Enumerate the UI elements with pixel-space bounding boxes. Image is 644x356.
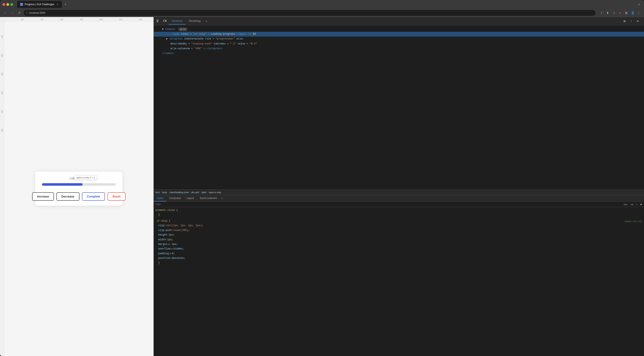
device-toolbar-icon[interactable] <box>162 18 168 24</box>
back-button[interactable]: ← <box>2 10 8 16</box>
ruler-mark-500: 500 <box>100 19 103 21</box>
filter-back-button[interactable]: ◀ <box>639 203 642 206</box>
styles-tab-styles[interactable]: Styles <box>154 195 166 202</box>
grid-badge: grid <box>178 28 187 31</box>
ruler-mark-300: 300 <box>60 19 63 21</box>
elements-panel: ▼ <label> grid ··· <span class = "sr-onl… <box>154 25 644 190</box>
filter-hov-button[interactable]: :hov <box>622 203 628 206</box>
tab-favicon <box>20 3 23 6</box>
progress-element-line-3[interactable]: aria-valuenow = "40%" >…</progress> <box>154 46 644 51</box>
padding-expand-arrow[interactable]: ▶ <box>170 252 172 255</box>
progress-bar-container <box>42 183 116 186</box>
reset-button[interactable]: Reset <box>108 192 125 201</box>
bookmark-icon[interactable]: ☆ <box>611 10 616 16</box>
extensions-icon[interactable]: ● <box>618 10 623 16</box>
traffic-lights <box>2 3 13 6</box>
close-window-button[interactable] <box>2 3 5 6</box>
sr-only-source[interactable]: index.css:111 <box>624 220 642 223</box>
complete-button[interactable]: Complete <box>82 192 105 201</box>
ruler-mark-100: 100 <box>21 19 24 21</box>
filter-cls-button[interactable]: .cls <box>629 203 634 206</box>
download-icon[interactable]: ⬇ <box>605 10 610 16</box>
url-text: localhost:3000 <box>29 12 45 14</box>
profile-icon[interactable]: 👤 <box>630 10 635 16</box>
line-dots[interactable]: ··· <box>166 33 171 36</box>
sr-only-width: width : 1px ; <box>156 237 642 242</box>
browser-window: Progress | GUI Challenges ✕ + ⤢ ← → ↺ ⓘ … <box>0 0 644 356</box>
tab-close-button[interactable]: ✕ <box>56 3 59 6</box>
page-content: 100 200 300 400 500 600 700 100 200 300 … <box>0 17 154 356</box>
tab-elements[interactable]: Elements <box>169 18 186 25</box>
tab-title: Progress | GUI Challenges <box>25 3 54 6</box>
nav-bar: ← → ↺ ⓘ localhost:3000 ⤴ ⬇ ☆ ● ⊞ 👤 ⋮ <box>0 9 644 17</box>
styles-tab-layout[interactable]: Layout <box>184 195 197 202</box>
progress-expand-arrow[interactable]: ▶ <box>166 37 168 40</box>
devtools-more-options-icon[interactable]: ⋮ <box>628 18 634 24</box>
ruler-mark-v400: 400 <box>1 91 3 94</box>
ruler-mark-v600: 600 <box>1 129 3 132</box>
decrease-button[interactable]: Decrease <box>56 192 79 201</box>
share-icon[interactable]: ⤴ <box>599 10 604 16</box>
styles-content: element.style { } .sr-only { index.css:1 <box>154 207 644 356</box>
label-collapse-arrow[interactable]: ▼ <box>162 28 164 31</box>
sr-only-rule-close: } <box>156 261 642 265</box>
inspect-element-icon[interactable] <box>156 18 161 24</box>
span-sr-only-line[interactable]: ··· <span class = "sr-only" > Loading pr… <box>154 32 644 37</box>
window-expand-button[interactable]: ⤢ <box>636 2 642 7</box>
filter-input[interactable] <box>156 203 622 206</box>
maximize-window-button[interactable] <box>10 3 13 6</box>
breadcrumb-div-card[interactable]: div.card <box>191 191 199 194</box>
ruler-mark-200: 200 <box>40 19 44 21</box>
styles-tab-computed[interactable]: Computed <box>166 195 184 202</box>
refresh-button[interactable]: ↺ <box>16 10 22 16</box>
active-tab[interactable]: Progress | GUI Challenges ✕ <box>17 1 62 8</box>
styles-more-tabs[interactable]: » <box>220 196 225 201</box>
sr-only-selector: .sr-only { <box>156 220 170 223</box>
devtools-settings-icon[interactable]: ⚙ <box>622 18 628 24</box>
progress-bar-fill <box>42 183 82 186</box>
devtools-close-icon[interactable]: ✕ <box>635 18 641 24</box>
ruler-left: 100 200 300 400 500 600 <box>0 21 4 356</box>
increase-button[interactable]: Increase <box>32 192 54 201</box>
button-row: Increase Decrease Complete Reset <box>32 192 125 201</box>
ruler-mark-700: 700 <box>139 19 142 21</box>
overflow-expand-arrow[interactable]: ▶ <box>172 247 173 251</box>
devtools-tabs: Elements Rendering » <box>169 18 621 25</box>
progress-element-line[interactable]: ▶ <progress indeterminate role = "progre… <box>154 37 644 41</box>
label-close-line[interactable]: </label> <box>154 51 644 56</box>
ruler-mark-v200: 200 <box>1 54 3 57</box>
sr-only-clip-path: clip-path : inset(50%) ; <box>156 228 642 233</box>
devtools-more-tabs[interactable]: » <box>204 18 209 24</box>
sr-only-margin: margin : ▶ -1px ; <box>156 242 642 247</box>
forward-button[interactable]: → <box>10 10 15 16</box>
progress-bar-wrapper: span.sr-only 1 × 1 <box>42 183 116 186</box>
devtools-settings: ⚙ ⋮ ✕ <box>622 18 642 24</box>
filter-add-button[interactable]: + <box>635 203 638 206</box>
devtools-panel: Elements Rendering » ⚙ ⋮ ✕ ▼ <label> gri… <box>154 17 644 356</box>
window-controls: ⤢ <box>636 2 642 7</box>
ruler-mark-v500: 500 <box>1 110 3 113</box>
progress-element-line-2[interactable]: describedby = "loading-zone" tabindex = … <box>154 42 644 46</box>
address-bar[interactable]: ⓘ localhost:3000 <box>24 10 596 16</box>
element-style-rule: element.style { } <box>156 209 642 217</box>
breadcrumb-html[interactable]: html <box>156 191 160 194</box>
lock-icon: ⓘ <box>26 11 28 14</box>
filter-bar: :hov .cls + ◀ <box>154 202 644 207</box>
new-tab-button[interactable]: + <box>63 2 68 7</box>
breadcrumb-label[interactable]: label <box>202 191 206 194</box>
breadcrumb-main[interactable]: main#loading-zone <box>170 191 189 194</box>
breadcrumb-body[interactable]: body <box>162 191 167 194</box>
sr-only-clip: clip : rect(1px, 1px, 1px, 1px) ; <box>156 223 642 228</box>
minimize-window-button[interactable] <box>6 3 9 6</box>
styles-tab-event-listeners[interactable]: Event Listeners <box>197 195 220 202</box>
tab-rendering[interactable]: Rendering <box>186 18 204 25</box>
puzzle-icon[interactable]: ⊞ <box>624 10 629 16</box>
devtools-toolbar: Elements Rendering » ⚙ ⋮ ✕ <box>154 17 644 25</box>
page-body: Loading Level span.sr-only 1 × 1 Increas… <box>0 21 154 356</box>
menu-icon[interactable]: ⋮ <box>636 10 642 16</box>
content-area: 100 200 300 400 500 600 700 100 200 300 … <box>0 17 644 356</box>
margin-expand-arrow[interactable]: ▶ <box>169 243 170 246</box>
progress-card: Loading Level span.sr-only 1 × 1 Increas… <box>35 171 122 206</box>
label-element-line[interactable]: ▼ <label> grid <box>154 27 644 32</box>
breadcrumb-span-sr-only[interactable]: span.sr-only <box>209 191 221 194</box>
